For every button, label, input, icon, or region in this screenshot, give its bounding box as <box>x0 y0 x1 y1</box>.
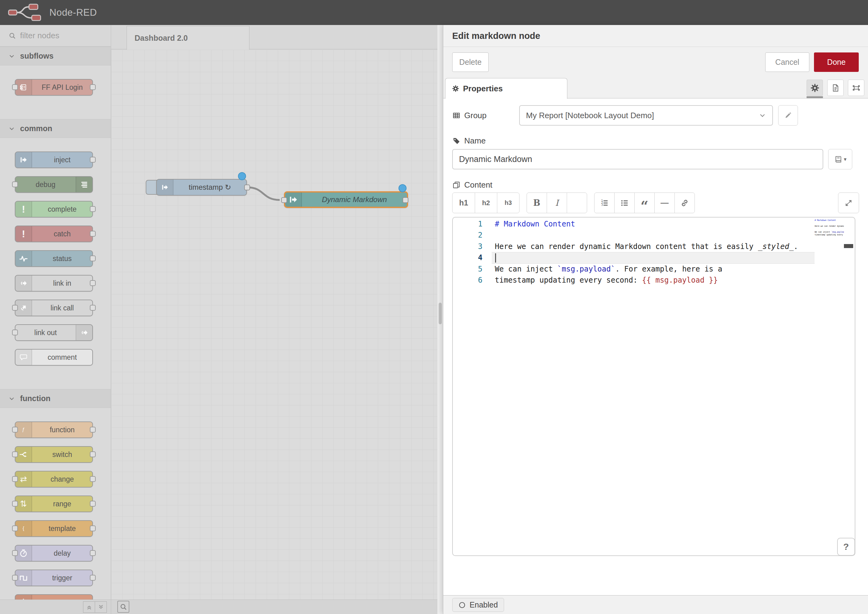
markdown-input-port[interactable] <box>281 197 287 203</box>
palette-node-delay[interactable]: delay <box>15 545 93 561</box>
md-quote-button[interactable]: “ <box>634 192 655 213</box>
palette-node-trigger[interactable]: trigger <box>15 569 93 586</box>
node-markdown-label: Dynamic Markdown <box>302 192 407 207</box>
group-select[interactable]: My Report [Notebook Layout Demo] <box>519 105 773 126</box>
pencil-icon <box>784 112 792 119</box>
palette-node-function[interactable]: ƒfunction <box>15 422 93 438</box>
palette-node-complete[interactable]: !complete <box>15 201 93 217</box>
palette-filter[interactable] <box>0 25 111 47</box>
output-port <box>90 84 96 90</box>
tab-dashboard-2-0[interactable]: Dashboard 2.0 <box>127 26 249 50</box>
link-arrow-icon <box>80 328 89 337</box>
filter-nodes-input[interactable] <box>20 31 94 40</box>
node-dynamic-markdown[interactable]: Dynamic Markdown <box>284 191 408 208</box>
dbl-chevron-down-button[interactable] <box>95 602 107 613</box>
minimap-line <box>815 222 844 225</box>
md-i-button[interactable]: I <box>547 192 567 213</box>
palette-node-ff-api-login[interactable]: FF API Login <box>15 79 93 96</box>
minimap-line <box>815 228 844 231</box>
name-type-button[interactable]: ▾ <box>828 149 852 169</box>
output-port <box>90 526 96 531</box>
pulse-icon <box>19 254 28 263</box>
output-port <box>90 451 96 457</box>
category-label: function <box>20 394 51 403</box>
line-number: 1 <box>453 219 492 229</box>
minimap-line: We can inject `msg.payload`. For example… <box>815 231 844 234</box>
code-line-2 <box>492 229 815 241</box>
palette-category-function[interactable]: function <box>0 389 111 408</box>
md-h1-button[interactable]: h1 <box>452 192 475 213</box>
md-ul-list-button[interactable] <box>614 192 635 213</box>
palette-node-label: FF API Login <box>32 80 92 95</box>
palette-node-template[interactable]: {template <box>15 520 93 537</box>
tray-toolbar: Delete Cancel Done <box>443 47 868 78</box>
palette-node-label: catch <box>32 226 92 242</box>
palette-category-common[interactable]: common <box>0 119 111 138</box>
md-ol-list-button[interactable]: 123 <box>594 192 615 213</box>
palette-node-debug[interactable]: debug <box>15 176 93 193</box>
output-port <box>90 305 96 311</box>
node-appearance-tab-button[interactable] <box>848 80 864 96</box>
code-line-4 <box>492 252 815 263</box>
editor-minimap[interactable]: # Markdown ContentHere we can render dyn… <box>815 219 844 236</box>
wire[interactable] <box>247 187 279 200</box>
tab-properties[interactable]: Properties <box>445 78 567 99</box>
md-code-button[interactable] <box>567 192 587 213</box>
palette-node-link-out[interactable]: link out <box>15 324 93 341</box>
cancel-button[interactable]: Cancel <box>765 53 809 72</box>
node-red-app: Node-RED subflowsFF API Logincommoninjec… <box>0 0 868 614</box>
name-input[interactable] <box>452 149 823 169</box>
palette-category-subflows[interactable]: subflows <box>0 47 111 65</box>
md-hr-button[interactable]: — <box>654 192 675 213</box>
dbl-chevron-down-icon <box>97 603 105 611</box>
md-expand-button[interactable] <box>838 192 859 213</box>
ul-list-icon <box>620 199 629 207</box>
palette-node-catch[interactable]: !catch <box>15 226 93 242</box>
timestamp-changed-dot <box>238 172 246 180</box>
palette-node-inject[interactable]: inject <box>15 152 93 168</box>
markdown-changed-dot <box>399 184 407 192</box>
palette-node-range[interactable]: ⇅range <box>15 496 93 512</box>
delete-button[interactable]: Delete <box>452 53 489 72</box>
category-label: subflows <box>20 51 53 60</box>
palette-node-switch[interactable]: switch <box>15 446 93 463</box>
editor-help-button[interactable]: ? <box>837 538 855 556</box>
canvas-search-button[interactable] <box>117 601 129 613</box>
md-h2-button[interactable]: h2 <box>475 192 497 213</box>
category-label: common <box>20 124 52 133</box>
canvas-scrollbar[interactable] <box>437 25 443 614</box>
palette-category-body: ƒfunctionswitch⇄change⇅range{templatedel… <box>0 408 111 614</box>
edit-group-button[interactable] <box>778 105 798 126</box>
done-button[interactable]: Done <box>814 53 859 72</box>
link-arrow-icon <box>19 279 28 288</box>
palette-node-label: link out <box>16 325 76 340</box>
group-row: Group My Report [Notebook Layout Demo] <box>452 105 859 126</box>
doc-tab-button[interactable] <box>827 80 844 96</box>
dbl-chevron-up-icon <box>85 603 93 611</box>
node-timestamp-label: timestamp ↻ <box>174 180 246 195</box>
flow-workspace[interactable]: timestamp ↻ Dynamic Markdown <box>111 50 437 600</box>
palette-node-status[interactable]: status <box>15 250 93 267</box>
expand-icon <box>845 199 852 207</box>
canvas-scrollbar-thumb[interactable] <box>439 303 442 324</box>
dbl-chevron-up-button[interactable] <box>83 602 95 613</box>
md-b-button[interactable]: B <box>526 192 547 213</box>
md-chain-button[interactable] <box>674 192 695 213</box>
timestamp-output-port[interactable] <box>244 185 250 191</box>
node-timestamp[interactable]: timestamp ↻ <box>156 179 247 195</box>
arrow-in-icon <box>19 155 28 164</box>
md-h3-button[interactable]: h3 <box>497 192 520 213</box>
search-icon <box>8 32 16 40</box>
palette-node-link-in[interactable]: link in <box>15 275 93 291</box>
palette-node-change[interactable]: ⇄change <box>15 471 93 487</box>
palette-node-comment[interactable]: comment <box>15 349 93 366</box>
canvas-footer <box>111 600 437 614</box>
palette-node-link-call[interactable]: link call <box>15 299 93 316</box>
minimap-line: Here we can render dynamic Markdown cont… <box>815 225 844 228</box>
markdown-output-port[interactable] <box>402 197 408 203</box>
subflow-icon <box>19 83 28 91</box>
gear-tab-button[interactable] <box>807 80 823 96</box>
markdown-editor[interactable]: 123456 # Markdown ContentHere we can ren… <box>452 217 856 556</box>
enabled-toggle-button[interactable]: Enabled <box>452 598 504 612</box>
tray-title: Edit markdown node <box>452 31 540 41</box>
